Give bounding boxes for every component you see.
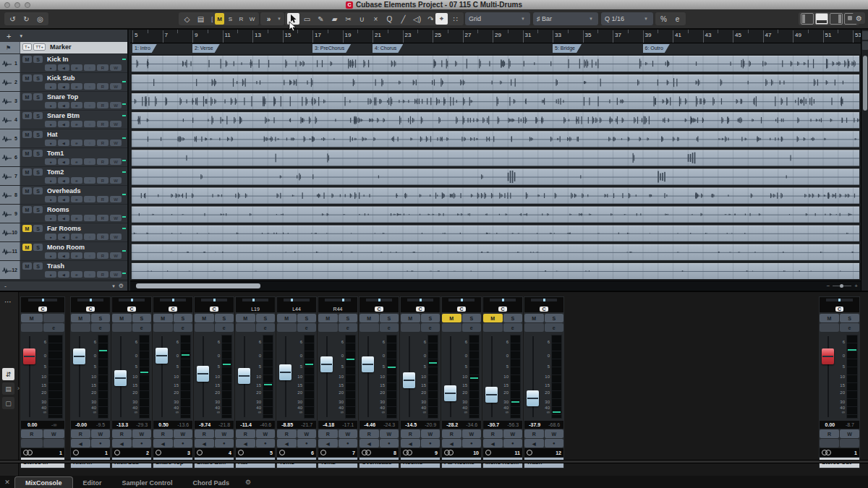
undo-button[interactable]: ↺ — [7, 13, 19, 25]
solo-button[interactable]: S — [33, 225, 43, 232]
listen-button[interactable] — [401, 323, 420, 332]
solo-button[interactable]: S — [380, 314, 399, 322]
record-enable-button[interactable]: ● — [45, 252, 56, 259]
read-automation-button[interactable]: R — [195, 429, 214, 438]
marker-flag[interactable]: 1: Intro — [132, 44, 157, 53]
solo-button[interactable]: S — [215, 314, 234, 322]
snap-grid-button[interactable]: ∷ — [449, 13, 461, 25]
write-automation-button[interactable]: W — [110, 234, 122, 240]
track-row[interactable]: 5MSHat●◀e○RW — [0, 129, 127, 148]
freeze-button[interactable]: ○ — [84, 271, 95, 278]
read-automation-button[interactable]: R — [21, 429, 43, 438]
fader-lane[interactable] — [153, 334, 171, 419]
write-automation-button[interactable]: W — [339, 429, 358, 438]
track-header[interactable]: MSTom1●◀e○RW — [20, 148, 127, 166]
vertical-scroll-thumb[interactable] — [863, 56, 867, 111]
solo-button[interactable]: S — [462, 314, 482, 322]
add-marker-button[interactable]: T+ — [22, 43, 32, 51]
minimize-window-button[interactable] — [14, 2, 20, 8]
record-enable-button[interactable]: ● — [421, 439, 441, 448]
right-zone-toggle-button[interactable] — [830, 13, 843, 25]
mute-button[interactable]: M — [22, 56, 32, 63]
monitor-button[interactable]: ◀ — [236, 439, 255, 448]
channel-strip-trash[interactable]: CMSe6051015203040∞-37.9-68.6RW◀●12Trash — [524, 296, 564, 468]
pan-control[interactable]: L19 — [236, 297, 275, 312]
edit-channel-button[interactable]: e — [840, 323, 859, 332]
monitor-button[interactable]: ◀ — [442, 439, 461, 448]
track-row[interactable]: 4MSSnare Btm●◀e○RW — [0, 111, 127, 129]
record-enable-button[interactable]: ● — [45, 121, 56, 127]
channel-strip-kick-sub[interactable]: CMSe6051015203040∞-13.3-29.3RW◀●2Kick Su… — [111, 296, 152, 468]
track-row[interactable]: 9MSRooms●◀e○RW — [0, 205, 127, 223]
pan-control[interactable]: R44 — [318, 297, 357, 312]
channel-strip-snare-top[interactable]: CMSe6051015203040∞0.50-13.6RW◀●3Snare To… — [153, 296, 193, 468]
glue-tool[interactable]: ∪ — [356, 13, 368, 25]
show-faders-icon[interactable]: ⇵ — [2, 368, 14, 380]
lower-zone-setup-gear-icon[interactable]: ⚙ — [245, 479, 251, 486]
pan-control[interactable]: C — [401, 297, 440, 312]
mute-button[interactable]: M — [21, 314, 43, 322]
record-enable-button[interactable]: ● — [174, 439, 193, 448]
fader-handle[interactable] — [23, 348, 35, 364]
fader-lane[interactable] — [71, 334, 89, 419]
listen-button[interactable] — [277, 323, 297, 332]
read-automation-button[interactable]: R — [97, 158, 109, 165]
record-enable-button[interactable]: ● — [503, 439, 523, 448]
write-automation-button[interactable]: W — [110, 177, 122, 184]
zone-resize-gutter[interactable] — [0, 460, 868, 463]
track-row[interactable]: 10MSFar Rooms●◀e○RW — [0, 223, 127, 242]
track-presets-dropdown[interactable]: ▾ — [20, 33, 22, 39]
write-automation-button[interactable]: W — [110, 196, 122, 202]
mixconsole-options-icon[interactable]: ⋯ — [4, 298, 12, 306]
track-row[interactable]: 11MSMono Room●◀e○RW — [0, 242, 127, 261]
fader-lane[interactable] — [524, 334, 542, 419]
record-enable-button[interactable]: ● — [45, 215, 56, 221]
read-automation-button[interactable]: R — [97, 196, 109, 202]
fader-handle[interactable] — [320, 356, 333, 372]
mute-button[interactable]: M — [22, 74, 32, 82]
fader-lane[interactable] — [442, 334, 460, 419]
mute-button[interactable]: M — [277, 314, 297, 322]
monitor-button[interactable]: ◀ — [112, 439, 132, 448]
erase-tool[interactable]: ▰ — [328, 13, 341, 25]
zoom-in-icon[interactable]: + — [854, 283, 858, 289]
close-lower-zone-icon[interactable]: ✕ — [0, 479, 14, 486]
edit-channel-button[interactable]: e — [256, 323, 276, 332]
read-automation-button[interactable]: R — [97, 177, 109, 184]
record-enable-button[interactable]: ● — [45, 83, 56, 90]
fader-handle[interactable] — [114, 370, 127, 386]
track-row[interactable]: 12MSTrash●◀e○RW — [0, 261, 127, 280]
show-outputs-icon[interactable]: ▢ — [2, 397, 14, 409]
record-enable-button[interactable]: ● — [545, 439, 564, 448]
fader-handle[interactable] — [238, 368, 250, 384]
track-header[interactable]: MSOverheads●◀e○RW — [20, 186, 127, 204]
solo-button[interactable]: S — [33, 168, 43, 176]
record-enable-button[interactable]: ● — [45, 271, 56, 278]
edit-channel-button[interactable]: e — [421, 323, 441, 332]
write-automation-button[interactable]: W — [380, 429, 399, 438]
show-racks-icon[interactable]: ▤ — [2, 382, 14, 395]
mute-button[interactable]: M — [195, 314, 214, 322]
solo-button[interactable]: S — [840, 314, 859, 322]
autoscroll-button[interactable]: » — [263, 13, 275, 25]
track-visibility-button[interactable]: ▤ — [195, 13, 207, 25]
pan-control[interactable]: C — [820, 297, 859, 312]
listen-button[interactable] — [21, 323, 43, 332]
fader-handle[interactable] — [73, 348, 85, 364]
monitor-button[interactable]: ◀ — [58, 83, 69, 90]
zoom-slider[interactable] — [833, 286, 851, 286]
listen-button[interactable] — [153, 323, 173, 332]
fader-lane[interactable] — [21, 334, 39, 419]
solo-button[interactable]: S — [33, 150, 43, 157]
track-row[interactable]: 8MSOverheads●◀e○RW — [0, 186, 127, 205]
read-automation-button[interactable]: R — [97, 215, 109, 221]
listen-button[interactable] — [359, 323, 379, 332]
listen-button[interactable] — [112, 323, 132, 332]
monitor-button[interactable]: ◀ — [483, 439, 503, 448]
mute-button[interactable]: M — [442, 314, 461, 322]
listen-button[interactable] — [195, 323, 214, 332]
line-tool[interactable]: ╱ — [397, 13, 409, 25]
monitor-button[interactable]: ◀ — [58, 196, 69, 202]
solo-button[interactable]: S — [33, 93, 43, 100]
fader-handle[interactable] — [279, 364, 292, 380]
